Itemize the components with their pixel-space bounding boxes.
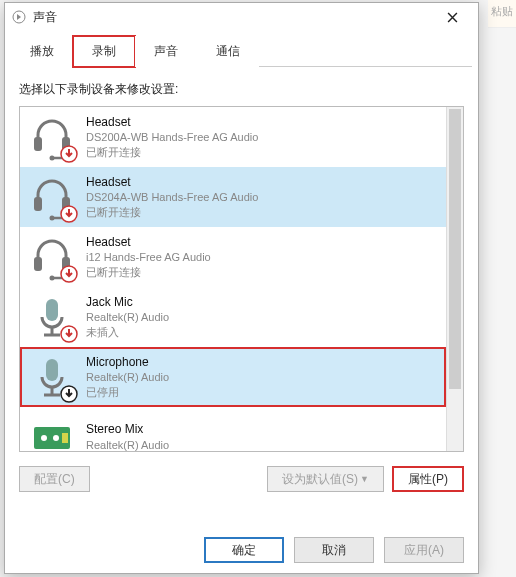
device-texts: HeadsetDS200A-WB Hands-Free AG Audio已断开连… [86, 114, 258, 160]
device-list-container: HeadsetDS200A-WB Hands-Free AG Audio已断开连… [19, 106, 464, 452]
window-title: 声音 [33, 9, 432, 26]
scrollbar-thumb[interactable] [449, 109, 461, 389]
device-item[interactable]: Headseti12 Hands-Free AG Audio已断开连接 [20, 227, 446, 287]
device-texts: MicrophoneRealtek(R) Audio已停用 [86, 354, 169, 400]
external-fragment: 粘贴 [488, 0, 516, 28]
device-item[interactable]: Stereo MixRealtek(R) Audio [20, 407, 446, 451]
device-status: 已断开连接 [86, 205, 258, 220]
status-badge-icon [60, 325, 78, 343]
headset-icon [28, 173, 76, 221]
device-texts: Headseti12 Hands-Free AG Audio已断开连接 [86, 234, 211, 280]
button-row: 配置(C) 设为默认值(S)▼ 属性(P) [19, 466, 464, 492]
device-item[interactable]: MicrophoneRealtek(R) Audio已停用 [20, 347, 446, 407]
titlebar: 声音 [5, 3, 478, 31]
tab-panel-recording: 选择以下录制设备来修改设置: HeadsetDS200A-WB Hands-Fr… [5, 67, 478, 502]
apply-button[interactable]: 应用(A) [384, 537, 464, 563]
device-sub: Realtek(R) Audio [86, 370, 169, 385]
svg-rect-1 [34, 137, 42, 151]
dialog-buttons: 确定 取消 应用(A) [204, 537, 464, 563]
device-sub: Realtek(R) Audio [86, 310, 169, 325]
device-item[interactable]: Jack MicRealtek(R) Audio未插入 [20, 287, 446, 347]
device-status: 未插入 [86, 325, 169, 340]
properties-button[interactable]: 属性(P) [392, 466, 464, 492]
tab-strip: 播放录制声音通信 [11, 35, 472, 67]
set-default-label: 设为默认值(S) [282, 471, 358, 488]
svg-rect-5 [34, 197, 42, 211]
mic-icon [28, 353, 76, 401]
device-sub: Realtek(R) Audio [86, 438, 169, 451]
configure-button[interactable]: 配置(C) [19, 466, 90, 492]
device-name: Headset [86, 174, 258, 190]
svg-point-7 [50, 216, 55, 221]
device-name: Headset [86, 234, 211, 250]
cancel-button[interactable]: 取消 [294, 537, 374, 563]
device-name: Microphone [86, 354, 169, 370]
status-badge-icon [60, 385, 78, 403]
svg-rect-17 [46, 359, 58, 381]
sound-icon [11, 9, 27, 25]
svg-point-22 [41, 435, 47, 441]
set-default-button[interactable]: 设为默认值(S)▼ [267, 466, 384, 492]
device-status: 已断开连接 [86, 265, 211, 280]
device-texts: Jack MicRealtek(R) Audio未插入 [86, 294, 169, 340]
status-badge-icon [60, 145, 78, 163]
status-badge-icon [60, 265, 78, 283]
headset-icon [28, 233, 76, 281]
mic-icon [28, 293, 76, 341]
tab-0[interactable]: 播放 [11, 36, 73, 67]
svg-point-3 [50, 156, 55, 161]
instruction-text: 选择以下录制设备来修改设置: [19, 81, 464, 98]
device-item[interactable]: HeadsetDS204A-WB Hands-Free AG Audio已断开连… [20, 167, 446, 227]
status-badge-icon [60, 205, 78, 223]
device-status: 已断开连接 [86, 145, 258, 160]
tab-2[interactable]: 声音 [135, 36, 197, 67]
scrollbar[interactable] [446, 107, 463, 451]
tab-1[interactable]: 录制 [73, 36, 135, 67]
device-texts: HeadsetDS204A-WB Hands-Free AG Audio已断开连… [86, 174, 258, 220]
svg-point-23 [53, 435, 59, 441]
device-item[interactable]: HeadsetDS200A-WB Hands-Free AG Audio已断开连… [20, 107, 446, 167]
svg-point-11 [50, 276, 55, 281]
tab-3[interactable]: 通信 [197, 36, 259, 67]
board-icon [28, 413, 76, 451]
device-name: Stereo Mix [86, 421, 169, 437]
device-sub: DS200A-WB Hands-Free AG Audio [86, 130, 258, 145]
device-name: Jack Mic [86, 294, 169, 310]
device-texts: Stereo MixRealtek(R) Audio [86, 421, 169, 451]
ok-button[interactable]: 确定 [204, 537, 284, 563]
device-sub: DS204A-WB Hands-Free AG Audio [86, 190, 258, 205]
svg-rect-24 [62, 433, 68, 443]
sound-dialog: 声音 播放录制声音通信 选择以下录制设备来修改设置: HeadsetDS200A… [4, 2, 479, 574]
headset-icon [28, 113, 76, 161]
device-status: 已停用 [86, 385, 169, 400]
svg-rect-13 [46, 299, 58, 321]
device-name: Headset [86, 114, 258, 130]
close-button[interactable] [432, 3, 472, 31]
device-list[interactable]: HeadsetDS200A-WB Hands-Free AG Audio已断开连… [20, 107, 446, 451]
svg-rect-9 [34, 257, 42, 271]
device-sub: i12 Hands-Free AG Audio [86, 250, 211, 265]
chevron-down-icon: ▼ [360, 474, 369, 484]
